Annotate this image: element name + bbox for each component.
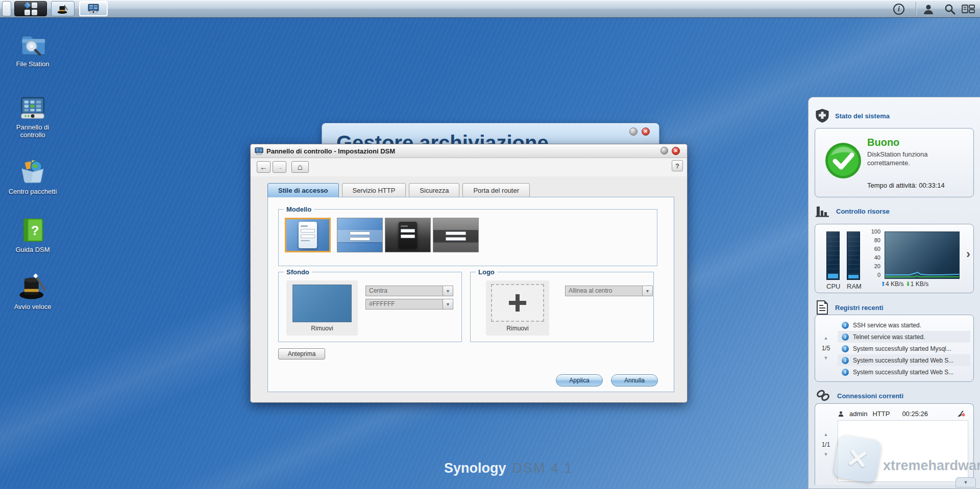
- magic-hat-icon: [57, 3, 69, 15]
- widget-title: Stato del sistema: [835, 112, 890, 120]
- help-button[interactable]: ?: [672, 160, 683, 171]
- show-desktop-button[interactable]: [2, 1, 11, 16]
- info-button[interactable]: i: [891, 2, 906, 16]
- status-value: Buono: [867, 137, 899, 148]
- close-icon[interactable]: ✕: [672, 147, 680, 155]
- log-row[interactable]: i SSH service was started.: [838, 319, 970, 331]
- pilot-view-button[interactable]: [961, 2, 976, 16]
- log-row[interactable]: i System successfully started Web S...: [838, 366, 970, 378]
- network-graph: [885, 231, 960, 279]
- widget-sidebar: Stato del sistema Buono DiskStation funz…: [808, 97, 980, 489]
- desktop-icon-control-panel[interactable]: Pannello di controllo: [6, 93, 59, 139]
- tab-servizio-http[interactable]: Servizio HTTP: [342, 183, 406, 197]
- resource-monitor-header: Controllo risorse: [816, 204, 890, 218]
- download-arrow-icon: ⬇: [905, 280, 911, 288]
- widget-title: Registri recenti: [835, 304, 884, 312]
- file-station-icon: [18, 30, 47, 58]
- log-row[interactable]: i System successfully started Web S...: [838, 354, 970, 366]
- desktop-icon-label: File Station: [6, 60, 59, 68]
- preview-button[interactable]: Anteprima: [278, 348, 325, 359]
- tab-porta-del-router[interactable]: Porta del router: [462, 183, 530, 197]
- logo-thumbnail-area: Rimuovi: [486, 280, 549, 336]
- template-thumbnail-1-selected[interactable]: [285, 218, 331, 252]
- desktop-icon-file-station[interactable]: File Station: [6, 30, 59, 68]
- synology-watermark: SynologyDSM 4.1: [444, 460, 573, 476]
- cancel-button[interactable]: Annulla: [611, 374, 658, 387]
- background-position-dropdown[interactable]: Centra ▾: [365, 286, 453, 296]
- minimize-button[interactable]: [660, 147, 668, 155]
- disconnect-icon[interactable]: [957, 410, 965, 417]
- package-center-icon: [18, 157, 47, 186]
- ram-bar: [847, 231, 860, 280]
- desktop-icon-label: Guida DSM: [6, 246, 59, 253]
- connections-header: Connessioni correnti: [816, 389, 903, 402]
- magic-hat-icon: [18, 272, 47, 301]
- status-ok-icon: [824, 142, 862, 179]
- axis-tick: 0: [866, 272, 880, 278]
- brand-version: DSM 4.1: [512, 460, 573, 476]
- home-button[interactable]: ⌂: [291, 161, 309, 173]
- connection-row[interactable]: admin HTTP 00:25:26: [838, 408, 970, 419]
- page-up-button[interactable]: ▲: [824, 336, 828, 341]
- page-up-button[interactable]: ▲: [824, 432, 828, 437]
- close-icon[interactable]: ✕: [642, 127, 650, 136]
- remove-logo-button[interactable]: Rimuovi: [486, 325, 549, 332]
- log-text: SSH service was started.: [853, 322, 921, 329]
- axis-tick: 60: [866, 246, 880, 252]
- axis-tick: 40: [866, 254, 880, 261]
- main-menu-button[interactable]: [14, 1, 47, 16]
- desktop-icon-quick-start[interactable]: Avvio veloce: [6, 272, 59, 311]
- page-down-button[interactable]: ▼: [824, 452, 828, 457]
- background-image-thumbnail[interactable]: [292, 285, 352, 322]
- minimize-button[interactable]: [629, 127, 638, 136]
- monitor-icon: [255, 147, 263, 156]
- forward-button[interactable]: →: [273, 161, 286, 173]
- axis-tick: 80: [866, 237, 880, 243]
- apply-button[interactable]: Applica: [556, 374, 603, 387]
- log-row[interactable]: i Telnet service was started.: [838, 331, 970, 343]
- chevron-down-icon: ▾: [443, 286, 453, 296]
- background-color-dropdown[interactable]: #FFFFFF ▾: [365, 299, 453, 310]
- dialog-toolbar: ← → ⌂: [251, 158, 687, 176]
- desktop: i: [0, 0, 980, 489]
- link-icon: [816, 389, 831, 402]
- bar-chart-icon: [816, 204, 830, 218]
- info-icon: i: [893, 4, 904, 15]
- back-button[interactable]: ←: [257, 161, 271, 173]
- shield-icon: [816, 109, 829, 123]
- template-thumbnail-4[interactable]: [433, 218, 479, 252]
- page-down-button[interactable]: ▼: [824, 356, 828, 361]
- sidebar-collapse-button[interactable]: ▼: [955, 477, 976, 487]
- search-button[interactable]: [942, 2, 958, 16]
- sfondo-fieldset: Sfondo Rimuovi Centra ▾ #FFFFFF ▾: [278, 272, 462, 342]
- system-status-header: Stato del sistema: [816, 109, 890, 123]
- control-panel-icon: [18, 93, 47, 121]
- status-description: DiskStation funziona correttamente.: [867, 150, 959, 167]
- resource-detail-arrow[interactable]: ›: [966, 247, 970, 261]
- connection-protocol: HTTP: [872, 410, 890, 418]
- quick-launch-task-button[interactable]: [51, 1, 75, 16]
- remove-background-button[interactable]: Rimuovi: [286, 325, 358, 332]
- monitor-icon: [88, 3, 99, 14]
- tab-sicurezza[interactable]: Sicurezza: [409, 183, 459, 197]
- svg-text:?: ?: [31, 223, 39, 238]
- resource-monitor-body: CPU RAM 100 80 60 40 20 0 ⬆4 KB/s ⬇1 KB/…: [815, 224, 974, 293]
- template-thumbnail-2[interactable]: [337, 218, 383, 252]
- template-preview: [299, 222, 317, 248]
- upload-arrow-icon: ⬆: [880, 280, 886, 288]
- brand-text: Synology: [444, 460, 506, 476]
- template-thumbnail-3[interactable]: [385, 218, 431, 252]
- tab-stile-di-accesso[interactable]: Stile di accesso: [267, 183, 339, 197]
- add-logo-box[interactable]: [491, 284, 544, 322]
- logo-align-dropdown[interactable]: Allinea al centro ▾: [565, 286, 653, 296]
- storage-manager-window[interactable]: Gestore archiviazione ✕: [322, 123, 659, 146]
- user-button[interactable]: [921, 2, 936, 16]
- desktop-icon-dsm-help[interactable]: ? Guida DSM: [6, 215, 59, 253]
- info-icon: i: [842, 369, 849, 376]
- desktop-icon-label: Avvio veloce: [6, 303, 59, 311]
- desktop-icon-package-center[interactable]: Centro pacchetti: [6, 157, 59, 195]
- log-row[interactable]: i System successfully started Mysql...: [838, 343, 970, 354]
- connection-user: admin: [849, 410, 867, 418]
- dialog-titlebar[interactable]: Pannello di controllo - Impostazioni DSM…: [251, 144, 687, 158]
- control-panel-task-button[interactable]: [79, 1, 108, 16]
